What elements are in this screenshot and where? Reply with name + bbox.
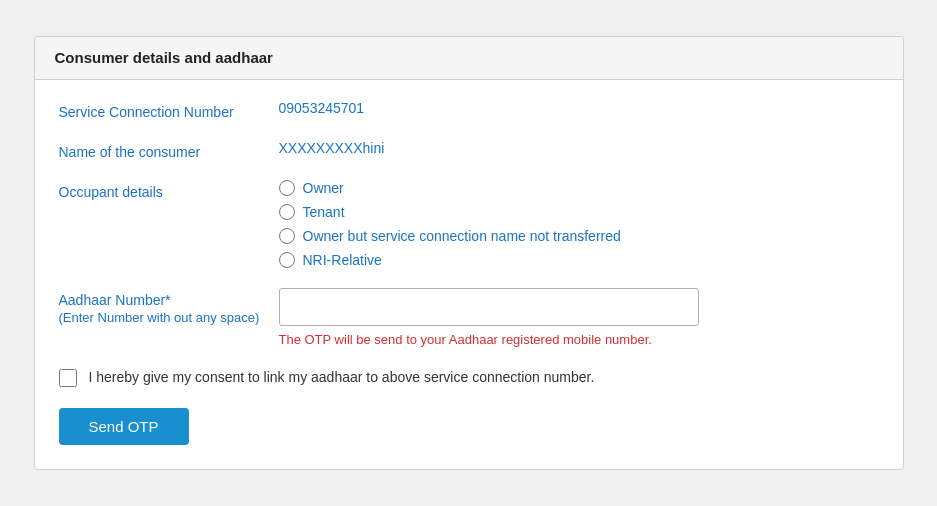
radio-owner-not-transferred-label: Owner but service connection name not tr…: [303, 228, 621, 244]
card-body: Service Connection Number 09053245701 Na…: [35, 80, 903, 469]
aadhaar-row: Aadhaar Number* (Enter Number with out a…: [59, 288, 879, 347]
consent-row: I hereby give my consent to link my aadh…: [59, 367, 879, 388]
consumer-name-label: Name of the consumer: [59, 140, 279, 160]
aadhaar-input[interactable]: [279, 288, 699, 326]
card-header: Consumer details and aadhaar: [35, 37, 903, 80]
otp-notice: The OTP will be send to your Aadhaar reg…: [279, 332, 699, 347]
aadhaar-label: Aadhaar Number*: [59, 288, 279, 308]
occupant-label: Occupant details: [59, 180, 279, 200]
aadhaar-label-text: Aadhaar Number*: [59, 292, 171, 308]
occupant-row: Occupant details Owner Tenant Owner but …: [59, 180, 879, 268]
consumer-details-card: Consumer details and aadhaar Service Con…: [34, 36, 904, 470]
aadhaar-sub-label: (Enter Number with out any space): [59, 310, 279, 325]
send-otp-button[interactable]: Send OTP: [59, 408, 189, 445]
occupant-radio-group: Owner Tenant Owner but service connectio…: [279, 180, 621, 268]
radio-option-nri[interactable]: NRI-Relative: [279, 252, 621, 268]
card-title: Consumer details and aadhaar: [55, 49, 273, 66]
service-connection-row: Service Connection Number 09053245701: [59, 100, 879, 120]
radio-tenant[interactable]: [279, 204, 295, 220]
radio-option-owner[interactable]: Owner: [279, 180, 621, 196]
consumer-name-row: Name of the consumer XXXXXXXXXhini: [59, 140, 879, 160]
service-connection-value: 09053245701: [279, 100, 879, 116]
radio-owner[interactable]: [279, 180, 295, 196]
consent-checkbox[interactable]: [59, 369, 77, 387]
consent-text: I hereby give my consent to link my aadh…: [89, 367, 595, 388]
radio-option-owner-not-transferred[interactable]: Owner but service connection name not tr…: [279, 228, 621, 244]
radio-owner-label: Owner: [303, 180, 344, 196]
radio-nri-label: NRI-Relative: [303, 252, 382, 268]
aadhaar-input-col: The OTP will be send to your Aadhaar reg…: [279, 288, 699, 347]
radio-owner-not-transferred[interactable]: [279, 228, 295, 244]
radio-option-tenant[interactable]: Tenant: [279, 204, 621, 220]
consumer-name-value: XXXXXXXXXhini: [279, 140, 879, 156]
radio-tenant-label: Tenant: [303, 204, 345, 220]
service-connection-label: Service Connection Number: [59, 100, 279, 120]
radio-nri[interactable]: [279, 252, 295, 268]
aadhaar-label-col: Aadhaar Number* (Enter Number with out a…: [59, 288, 279, 325]
